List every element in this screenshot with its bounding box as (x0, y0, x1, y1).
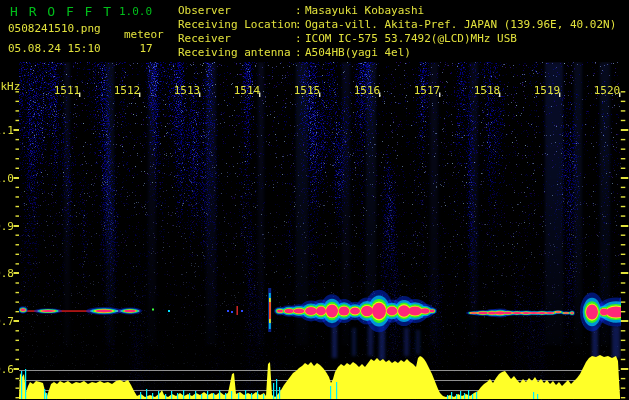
info-label-observer: Observer (178, 4, 231, 17)
freq-major-tick-left (14, 129, 20, 131)
freq-minor-tick-right (621, 215, 626, 216)
level-cyan-spike (152, 393, 153, 399)
meteor-echo-blob (488, 312, 496, 315)
freq-minor-tick-left (16, 139, 20, 140)
level-cyan-spike (451, 392, 452, 399)
freq-minor-tick-left (16, 101, 20, 102)
level-cyan-spike (533, 392, 534, 399)
time-label-1517: 1517 (414, 84, 441, 97)
freq-minor-tick-right (621, 359, 626, 360)
freq-major-tick-right (621, 225, 629, 227)
level-cyan-spike (468, 390, 469, 399)
level-cyan-spike (213, 393, 214, 399)
time-label-1511: 1511 (54, 84, 81, 97)
freq-major-tick-right (621, 272, 629, 274)
level-cyan-spike (183, 390, 184, 399)
info-separator: : (295, 46, 302, 59)
freq-major-tick-right (621, 320, 629, 322)
time-label-1516: 1516 (354, 84, 381, 97)
freq-minor-tick-left (16, 158, 20, 159)
level-cyan-spike (158, 391, 159, 399)
echo-ping-dot (241, 310, 243, 312)
meteor-count: 17 (139, 42, 152, 55)
time-label-1519: 1519 (534, 84, 561, 97)
freq-minor-tick-left (16, 196, 20, 197)
freq-minor-tick-left (16, 206, 20, 207)
freq-minor-tick-left (16, 120, 20, 121)
freq-minor-tick-right (621, 349, 626, 350)
freq-minor-tick-left (16, 254, 20, 255)
meteor-echo-blob (41, 310, 55, 312)
freq-major-tick-left (14, 225, 20, 227)
meteor-echo-blob (529, 312, 539, 314)
freq-minor-tick-left (16, 387, 20, 388)
freq-minor-tick-right (621, 378, 626, 379)
freq-minor-tick-right (621, 158, 626, 159)
meteor-echo-blob (387, 307, 398, 316)
level-cyan-spike (279, 387, 280, 399)
freq-minor-tick-right (621, 168, 626, 169)
meteor-echo-blob (124, 310, 136, 313)
freq-minor-tick-right (621, 187, 626, 188)
time-label-1518: 1518 (474, 84, 501, 97)
meteor-echo-blob (350, 307, 360, 314)
level-cyan-spike (273, 383, 274, 399)
level-cyan-spike (189, 393, 190, 399)
datetime-label: 05.08.24 15:10 (8, 42, 101, 55)
meteor-echo-blob (470, 312, 478, 314)
freq-minor-tick-left (16, 110, 20, 111)
freq-minor-tick-right (621, 397, 626, 398)
level-cyan-spike (146, 389, 147, 399)
meteor-echo-blob (563, 312, 569, 313)
info-label-location: Receiving Location (178, 18, 297, 31)
meteor-echo-blob (504, 312, 512, 314)
info-separator: : (295, 32, 302, 45)
meteor-echo-blob (372, 303, 386, 319)
level-cyan-spike (245, 390, 246, 399)
freq-label-0.7: 0.7 (0, 315, 14, 328)
plot-area (18, 62, 629, 400)
freq-minor-tick-left (16, 244, 20, 245)
meteor-echo-blob (294, 308, 305, 313)
level-cyan-spike (476, 392, 477, 399)
freq-minor-tick-right (621, 206, 626, 207)
freq-minor-tick-right (621, 254, 626, 255)
level-cyan-spike (219, 390, 220, 399)
level-cyan-spike (537, 394, 538, 399)
freq-minor-tick-left (16, 349, 20, 350)
time-label-1520: 1520 (594, 84, 621, 97)
freq-minor-tick-left (16, 148, 20, 149)
freq-axis-unit: kHz (1, 80, 21, 93)
echo-ping-dot (231, 311, 233, 313)
freq-minor-tick-right (621, 101, 626, 102)
freq-minor-tick-right (621, 301, 626, 302)
meteor-echo-blob (571, 312, 574, 314)
time-label-1512: 1512 (114, 84, 141, 97)
meteor-echo-blob (316, 307, 326, 316)
level-cyan-spike (231, 391, 232, 399)
freq-minor-tick-right (621, 110, 626, 111)
level-cyan-spike (456, 394, 457, 399)
echo-ping-dot (152, 309, 154, 311)
meteor-echo-blob (430, 310, 435, 313)
freq-major-tick-left (14, 320, 20, 322)
level-cyan-spike (276, 379, 277, 399)
output-filename: 0508241510.png (8, 22, 101, 35)
time-label-1514: 1514 (234, 84, 261, 97)
freq-minor-tick-right (621, 263, 626, 264)
freq-minor-tick-right (621, 91, 626, 92)
level-cyan-spike (25, 369, 26, 399)
meteor-echo-blob (21, 309, 26, 312)
freq-minor-tick-left (16, 235, 20, 236)
level-cyan-spike (171, 391, 172, 399)
freq-minor-tick-left (16, 311, 20, 312)
meteor-echo-blob (277, 309, 283, 312)
level-cyan-spike (263, 394, 264, 399)
freq-minor-tick-right (621, 244, 626, 245)
meteor-echo-blob (546, 312, 554, 314)
echo-ping-dot (227, 310, 229, 312)
info-label-receiver: Receiver (178, 32, 231, 45)
meteor-echo-blob (522, 312, 530, 314)
meteor-echo-blob (555, 311, 561, 313)
freq-label-1.0: 1.0 (0, 172, 14, 185)
